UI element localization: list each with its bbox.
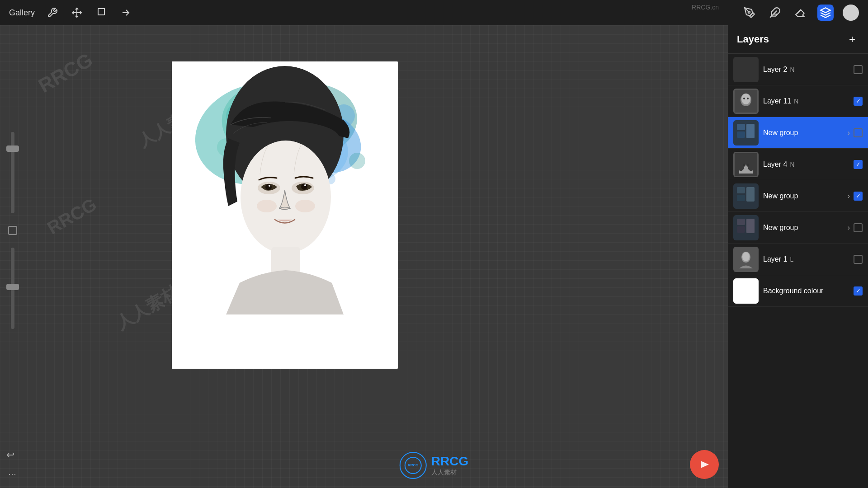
pen-tool-icon[interactable] (767, 5, 783, 21)
layer-thumbnail-newgroup3 (733, 215, 759, 240)
layer-visibility-checkbox-background[interactable]: ✓ (854, 286, 863, 296)
color-picker[interactable] (843, 5, 859, 21)
svg-line-6 (797, 10, 802, 14)
layer-badge-layer4: N (790, 161, 794, 168)
svg-point-35 (743, 98, 745, 99)
layer-name-layer4: Layer 4N (763, 160, 795, 168)
svg-point-27 (304, 184, 306, 186)
layer-info-layer4: Layer 4N (759, 160, 854, 169)
layer-item-layer11[interactable]: Layer 11N✓ (728, 85, 868, 117)
svg-rect-40 (746, 124, 755, 138)
record-button[interactable] (690, 450, 719, 479)
left-checkbox-1[interactable] (8, 226, 17, 235)
wrench-icon[interactable] (46, 6, 59, 19)
undo-button[interactable]: ↩ (6, 449, 14, 461)
layer-info-background: Background colour (759, 287, 854, 295)
layer-controls-layer2 (854, 65, 863, 74)
layer-info-newgroup1: New group (759, 129, 848, 137)
svg-point-3 (748, 11, 750, 13)
svg-rect-49 (737, 219, 745, 225)
layer-expand-chevron-newgroup3[interactable]: › (848, 224, 850, 232)
layer-item-layer1[interactable]: Layer 1L (728, 244, 868, 275)
top-bar: Gallery (0, 0, 868, 25)
svg-rect-39 (737, 131, 745, 138)
artwork-canvas (172, 61, 398, 369)
layer-visibility-checkbox-newgroup2[interactable]: ✓ (854, 192, 863, 201)
layers-title: Layers (737, 33, 769, 45)
layer-name-background: Background colour (763, 287, 823, 295)
layer-name-newgroup2: New group (763, 192, 798, 200)
svg-rect-45 (737, 187, 745, 193)
selection-icon[interactable] (70, 6, 84, 19)
layer-item-layer2[interactable]: Layer 2N (728, 54, 868, 85)
watermark-3: RRCG (44, 194, 100, 239)
layer-info-layer2: Layer 2N (759, 66, 854, 74)
layer-info-newgroup2: New group (759, 192, 848, 200)
layer-item-background[interactable]: Background colour✓ (728, 275, 868, 307)
layer-name-layer2: Layer 2N (763, 66, 795, 73)
bottom-watermark: RRCG RRCG 人人素材 (400, 452, 468, 479)
rrcg-tagline: 人人素材 (431, 469, 468, 477)
layer-thumbnail-newgroup2 (733, 183, 759, 209)
more-button[interactable]: ⋯ (8, 469, 16, 479)
layer-name-layer1: Layer 1L (763, 255, 793, 263)
layers-tool-icon[interactable] (817, 5, 834, 21)
layer-controls-newgroup1: › (848, 128, 863, 137)
arrow-icon[interactable] (119, 6, 132, 19)
layers-header: Layers + (728, 25, 868, 54)
layer-visibility-checkbox-newgroup3[interactable] (854, 223, 863, 232)
layer-expand-chevron-newgroup1[interactable]: › (848, 129, 850, 137)
add-layer-button[interactable]: + (845, 33, 859, 46)
layer-badge-layer11: N (794, 98, 798, 105)
svg-point-29 (295, 200, 315, 212)
layer-thumbnail-layer1 (733, 247, 759, 272)
layer-visibility-checkbox-layer1[interactable] (854, 255, 863, 264)
layer-item-layer4[interactable]: Layer 4N✓ (728, 149, 868, 180)
layer-visibility-checkbox-layer2[interactable] (854, 65, 863, 74)
layer-item-newgroup1[interactable]: New group› (728, 117, 868, 149)
gallery-button[interactable]: Gallery (9, 8, 35, 18)
pencil-tool-icon[interactable] (741, 5, 758, 21)
layer-controls-background: ✓ (854, 286, 863, 296)
layer-expand-chevron-newgroup2[interactable]: › (848, 192, 850, 200)
layer-controls-layer1 (854, 255, 863, 264)
transform-icon[interactable] (94, 6, 108, 19)
layer-thumbnail-layer11 (733, 89, 759, 114)
layer-item-newgroup2[interactable]: New group›✓ (728, 180, 868, 212)
layer-visibility-checkbox-newgroup1[interactable] (854, 128, 863, 137)
layer-name-newgroup3: New group (763, 224, 798, 231)
svg-point-28 (257, 200, 277, 212)
portrait-sketch (172, 61, 398, 369)
svg-rect-51 (746, 219, 755, 233)
brush-size-slider[interactable] (11, 132, 14, 213)
layer-info-newgroup3: New group (759, 224, 848, 232)
layer-thumbnail-newgroup1 (733, 120, 759, 145)
svg-point-43 (746, 164, 749, 166)
watermark-1: RRCG (34, 48, 96, 97)
top-bar-left: Gallery (9, 6, 132, 19)
svg-point-30 (405, 457, 421, 474)
layer-info-layer11: Layer 11N (759, 97, 854, 105)
rrcg-logo: RRCG (400, 452, 427, 479)
layer-visibility-checkbox-layer4[interactable]: ✓ (854, 160, 863, 169)
eraser-tool-icon[interactable] (792, 5, 808, 21)
layer-thumbnail-layer4 (733, 152, 759, 177)
layers-list: Layer 2N Layer 11N✓ New group› Layer 4N✓… (728, 54, 868, 307)
layers-panel: Layers + Layer 2N Layer 11N✓ New group› … (728, 25, 868, 488)
opacity-slider[interactable] (11, 248, 14, 329)
svg-point-34 (741, 94, 750, 104)
left-toolbar: ↩ ⋯ (0, 51, 25, 488)
svg-point-24 (265, 184, 272, 190)
layer-item-newgroup3[interactable]: New group› (728, 212, 868, 244)
svg-marker-7 (821, 8, 830, 13)
svg-point-25 (269, 185, 270, 187)
layer-controls-newgroup3: › (848, 223, 863, 232)
layer-thumbnail-background (733, 278, 759, 304)
layer-visibility-checkbox-layer11[interactable]: ✓ (854, 97, 863, 106)
layer-controls-layer4: ✓ (854, 160, 863, 169)
layer-badge-layer1: L (790, 256, 793, 263)
svg-point-36 (747, 98, 749, 99)
svg-point-42 (743, 164, 745, 166)
layer-controls-layer11: ✓ (854, 97, 863, 106)
layer-badge-layer2: N (790, 66, 794, 73)
